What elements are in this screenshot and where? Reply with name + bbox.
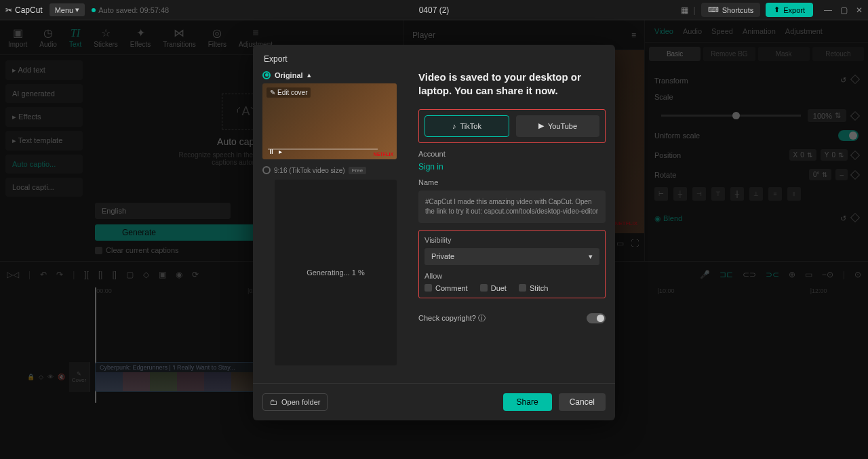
align-top[interactable]: ⊤ [711, 187, 725, 201]
minimize-icon[interactable]: — [824, 5, 832, 15]
mic-icon[interactable]: 🎤 [700, 270, 710, 279]
tool-transitions[interactable]: ⋈Transitions [163, 26, 196, 48]
rotate-minus[interactable]: – [835, 169, 848, 180]
undo-icon[interactable]: ↶ [40, 270, 47, 279]
marker-icon[interactable]: ◇ [143, 270, 149, 279]
keyframe-icon[interactable] [850, 213, 860, 222]
track-icon[interactable]: ⊕ [789, 270, 795, 279]
edit-cover-button[interactable]: ✎ Edit cover [267, 87, 311, 98]
ratio-icon[interactable]: ▭ [616, 239, 624, 248]
cover-button[interactable]: ✎Cover [69, 362, 90, 392]
language-select[interactable]: English [95, 203, 231, 219]
record-icon[interactable]: ◉ [176, 270, 182, 279]
track-mute-icon[interactable]: 🔇 [58, 374, 65, 380]
tab-video[interactable]: Video [654, 27, 673, 35]
align-bottom[interactable]: ⊥ [749, 187, 763, 201]
copy-icon[interactable]: ▣ [159, 270, 166, 279]
allow-stitch-checkbox[interactable]: Stitch [519, 284, 549, 292]
subtab-mask[interactable]: Mask [758, 47, 810, 61]
align-left[interactable]: ⊢ [654, 187, 668, 201]
track-lock-icon[interactable]: 🔒 [27, 374, 35, 380]
redo-icon[interactable]: ↷ [56, 270, 63, 279]
magnet-icon[interactable]: ⊐⊏ [719, 270, 733, 279]
tab-speed[interactable]: Speed [711, 27, 733, 35]
preview-icon[interactable]: ▭ [805, 270, 812, 279]
scale-slider[interactable] [661, 115, 801, 117]
layout-icon[interactable]: ▦ [681, 5, 688, 15]
sidebar-item-local[interactable]: Local capti... [5, 178, 83, 197]
sidebar-item-addtext[interactable]: ▸ Add text [5, 60, 83, 80]
export-button[interactable]: ⬆ Export [766, 3, 813, 17]
play-icon[interactable]: ▸ [279, 148, 282, 155]
name-textarea[interactable]: #CapCut I made this amazing video with C… [418, 191, 606, 223]
tool-stickers[interactable]: ☆Stickers [94, 26, 118, 48]
visibility-select[interactable]: Private▾ [425, 248, 599, 265]
pointer-tool-icon[interactable]: ▷◁ [7, 270, 19, 279]
link-icon[interactable]: ⊂⊃ [743, 270, 756, 279]
sidebar-item-template[interactable]: ▸ Text template [5, 131, 83, 151]
maximize-icon[interactable]: ▢ [840, 5, 848, 15]
align-vcenter[interactable]: ╫ [730, 187, 744, 201]
subtab-basic[interactable]: Basic [649, 47, 701, 61]
signin-link[interactable]: Sign in [418, 162, 606, 172]
preview-progress[interactable] [268, 148, 378, 150]
speed-icon[interactable]: ⟳ [192, 270, 199, 279]
rotate-value[interactable]: 0° ⇅ [809, 169, 832, 180]
pause-icon[interactable]: ⏸ [268, 148, 275, 155]
share-button[interactable]: Share [503, 393, 552, 411]
settings-icon[interactable]: ⊙ [854, 270, 861, 279]
open-folder-button[interactable]: 🗀 Open folder [262, 393, 328, 411]
track-visible-icon[interactable]: ◇ [39, 374, 43, 380]
cancel-button[interactable]: Cancel [559, 393, 606, 411]
sidebar-item-effects[interactable]: ▸ Effects [5, 107, 83, 127]
copyright-toggle[interactable] [587, 313, 606, 323]
tool-effects[interactable]: ✦Effects [130, 26, 151, 48]
track-eye-icon[interactable]: 👁 [47, 374, 54, 380]
tiktok-button[interactable]: ♪ TikTok [425, 115, 509, 137]
split-icon[interactable]: ][ [84, 270, 89, 279]
fullscreen-icon[interactable]: ⛶ [631, 239, 639, 248]
tab-animation[interactable]: Animation [743, 27, 776, 35]
shortcuts-button[interactable]: ⌨ Shortcuts [701, 3, 760, 17]
tool-filters[interactable]: ◎Filters [208, 26, 226, 48]
zoom-out-icon[interactable]: −⊙ [822, 270, 833, 279]
snap-icon[interactable]: ⊃⊂ [766, 270, 779, 279]
position-y[interactable]: Y0 ⇅ [821, 149, 848, 161]
sidebar-item-ai[interactable]: AI generated [5, 84, 83, 103]
allow-duet-checkbox[interactable]: Duet [480, 284, 507, 292]
reset-icon[interactable]: ↺ [840, 214, 846, 223]
align-right[interactable]: ⊣ [692, 187, 706, 201]
keyframe-icon[interactable] [850, 150, 860, 159]
keyframe-icon[interactable] [850, 169, 860, 179]
original-radio[interactable]: Original ▴ [262, 71, 405, 79]
allow-comment-checkbox[interactable]: Comment [425, 284, 468, 292]
player-menu-icon[interactable]: ≡ [631, 31, 636, 40]
uniform-toggle[interactable] [838, 130, 859, 141]
tiktok-size-radio[interactable]: 9:16 (TikTok video size)Free [262, 166, 405, 174]
keyframe-icon[interactable] [850, 75, 860, 84]
align-hcenter[interactable]: ┼ [673, 187, 687, 201]
trim-right-icon[interactable]: |] [112, 270, 116, 279]
scale-value[interactable]: 100% ⇅ [808, 109, 846, 122]
tool-import[interactable]: ▣Import [8, 26, 27, 48]
position-x[interactable]: X0 ⇅ [789, 149, 816, 161]
subtab-removebg[interactable]: Remove BG [703, 47, 755, 61]
tool-audio[interactable]: ◷Audio [39, 26, 57, 48]
playhead[interactable] [95, 287, 96, 403]
video-clip[interactable]: Cyberpunk: Edgerunners | 'I Really Want … [95, 362, 258, 392]
subtab-retouch[interactable]: Retouch [812, 47, 864, 61]
reset-icon[interactable]: ↺ [840, 76, 846, 85]
sidebar-item-autocaptions[interactable]: Auto captio... [5, 155, 83, 174]
tab-audio[interactable]: Audio [683, 27, 702, 35]
tab-adjustment[interactable]: Adjustment [785, 27, 823, 35]
blend-label[interactable]: ◉ Blend [654, 214, 682, 223]
info-icon[interactable]: ⓘ [478, 314, 486, 322]
close-icon[interactable]: ✕ [856, 5, 863, 15]
tool-text[interactable]: TIText [69, 27, 81, 48]
menu-button[interactable]: Menu ▾ [50, 3, 85, 16]
align-dist-v[interactable]: ⦀ [787, 187, 801, 201]
keyframe-icon[interactable] [850, 111, 860, 120]
align-dist-h[interactable]: ≡ [768, 187, 782, 201]
youtube-button[interactable]: ▶ YouTube [516, 115, 599, 137]
delete-icon[interactable]: ▢ [126, 270, 134, 279]
